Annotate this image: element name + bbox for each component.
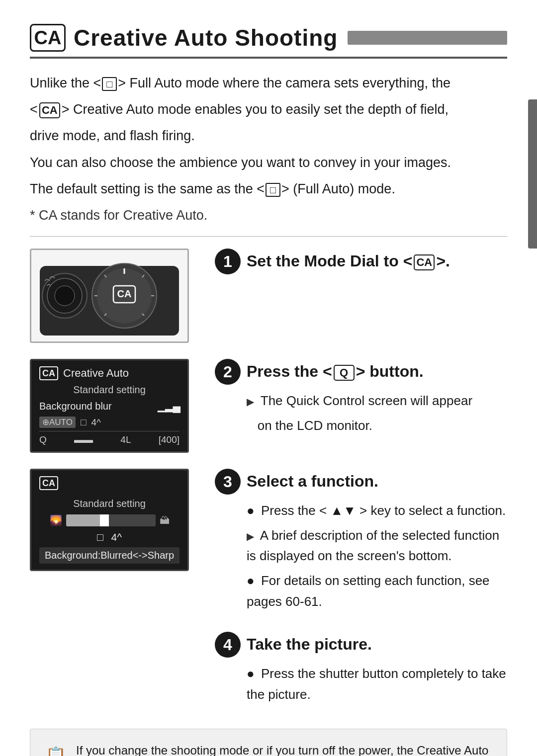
cam2-ca-badge: CA [39,476,58,490]
step2-body-text2: on the LCD monitor. [258,418,372,433]
bullet-icon-3c: ● [247,573,255,588]
step3-bullet1: ● Press the < ▲▼ > key to select a funct… [247,501,507,521]
note-box: 📋 If you change the shooting mode or if … [30,729,507,756]
title-section: CA Creative Auto Shooting [30,24,507,59]
cam2-slider-fill [66,514,101,526]
step3-title: Select a function. [247,471,378,492]
step1-number: 1 [215,249,241,274]
step1-header: 1 Set the Mode Dial to <CA>. [215,249,507,274]
step2-right: 2 Press the <Q> button. ▶ The Quick Cont… [215,359,507,440]
svg-text:CA: CA [117,288,132,299]
step3-header: 3 Select a function. [215,469,507,495]
cam1-blur-row: Background blur ▁▂▄ [39,400,179,413]
mode-dial-svg: CA [35,251,184,340]
intro-line2: <CA> Creative Auto mode enables you to e… [30,99,507,120]
cam1-ca-badge: CA [39,366,58,380]
cam1-blur-indicator: ▁▂▄ [158,400,179,413]
step3-text1: Press the < ▲▼ > key to select a functio… [261,503,506,518]
step4-row: 4 Take the picture. ● Press the shutter … [30,632,507,709]
step1-right: 1 Set the Mode Dial to <CA>. [215,249,507,280]
cam2-slider-handle [100,514,109,526]
sidebar-accent [528,99,537,249]
step2-body: ▶ The Quick Control screen will appear o… [247,391,507,436]
arrow-icon-3b: ▶ [247,531,254,542]
step4-text1: Press the shutter button completely to t… [247,666,506,702]
step1-title: Set the Mode Dial to <CA>. [247,251,450,272]
note-icon: 📋 [45,742,66,756]
step3-bullet3: ● For details on setting each function, … [247,571,507,612]
cam2-flash: 4^ [111,531,122,543]
ca-badge-inline: CA [39,102,60,118]
arrow-icon-2a: ▶ [247,396,254,407]
camera-dial-image: CA [30,249,189,343]
step4-number: 4 [215,632,241,658]
step3-body: ● Press the < ▲▼ > key to select a funct… [247,501,507,612]
step4-bullet1: ● Press the shutter button completely to… [247,664,507,705]
cam1-square: □ [81,417,86,428]
q-badge-step2: Q [334,365,355,381]
cam1-top: CA Creative Auto [39,366,179,380]
cam1-standard: Standard setting [39,384,179,396]
intro-line5: The default setting is the same as the <… [30,178,507,200]
step4-title: Take the picture. [247,634,372,655]
step3-number: 3 [215,469,241,495]
intro-section: Unlike the <□> Full Auto mode where the … [30,73,507,226]
cam2-slider-row: 🌄 🏔 [39,514,179,526]
cam1-q-icon: Q [39,434,47,445]
svg-point-15 [55,286,75,306]
intro-line1: Unlike the <□> Full Auto mode where the … [30,73,507,94]
cam1-flash: 4^ [91,417,100,428]
ca-badge-step1: CA [414,254,435,270]
cam2-bottom-row: □ 4^ [39,531,179,543]
step3-left: CA Standard setting 🌄 🏔 □ 4^ [30,469,199,571]
footnote: * CA stands for Creative Auto. [30,205,507,226]
step2-left: CA Creative Auto Standard setting Backgr… [30,359,199,453]
page-title: Creative Auto Shooting [74,24,338,51]
cam1-icon-row: Q ▬▬ 4L [400] [39,431,179,445]
step1-row: CA 1 Set the Mode Dial to <CA> [30,249,507,343]
camera-screen2: CA Standard setting 🌄 🏔 □ 4^ [30,469,189,571]
cam1-label: Creative Auto [63,367,129,380]
step4-body: ● Press the shutter button completely to… [247,664,507,705]
step2-body-text1: The Quick Control screen will appear [261,393,472,408]
cam2-icon-left: 🌄 [50,514,62,526]
full-auto-square-icon2: □ [266,183,280,197]
cam1-battery: ▬▬ [74,434,93,445]
step2-title: Press the <Q> button. [247,361,424,382]
step3-text3: For details on setting each function, se… [247,573,490,609]
section-divider [30,236,507,237]
step3-right: 3 Select a function. ● Press the < ▲▼ > … [215,469,507,616]
step4-header: 4 Take the picture. [215,632,507,658]
cam1-auto: ⊕AUTO [39,417,76,428]
cam2-slider [66,514,156,526]
step2-line2: on the LCD monitor. [247,416,507,436]
intro-line4: You can also choose the ambience you wan… [30,152,507,173]
cam2-icon-right: 🏔 [160,515,170,526]
cam1-iso: [400] [159,434,179,445]
page-container: CA Creative Auto Shooting Unlike the <□>… [0,0,537,756]
step2-header: 2 Press the <Q> button. [215,359,507,385]
ca-badge-title: CA [30,24,66,52]
step2-line1: ▶ The Quick Control screen will appear [247,391,507,412]
step1-left: CA [30,249,199,343]
step4-right: 4 Take the picture. ● Press the shutter … [215,632,507,709]
bullet-icon-3a: ● [247,503,255,518]
camera-screen1: CA Creative Auto Standard setting Backgr… [30,359,189,453]
cam2-standard: Standard setting [39,498,179,509]
title-bar [348,31,507,45]
step2-row: CA Creative Auto Standard setting Backgr… [30,359,507,453]
intro-line3: drive mode, and flash firing. [30,125,507,147]
step3-row: CA Standard setting 🌄 🏔 □ 4^ [30,469,507,616]
step2-number: 2 [215,359,241,385]
note-text: If you change the shooting mode or if yo… [76,741,492,756]
cam1-size: 4L [120,434,131,445]
cam1-blur-label: Background blur [39,401,112,412]
cam2-square: □ [97,531,103,543]
cam1-bottom: ⊕AUTO □ 4^ [39,417,179,428]
cam2-footer: Background:Blurred<->Sharp [39,547,179,564]
bullet-icon-4a: ● [247,666,255,681]
step3-bullet2: ▶ A brief description of the selected fu… [247,525,507,567]
full-auto-square-icon1: □ [102,77,117,91]
step3-text2: A brief description of the selected func… [247,528,499,564]
